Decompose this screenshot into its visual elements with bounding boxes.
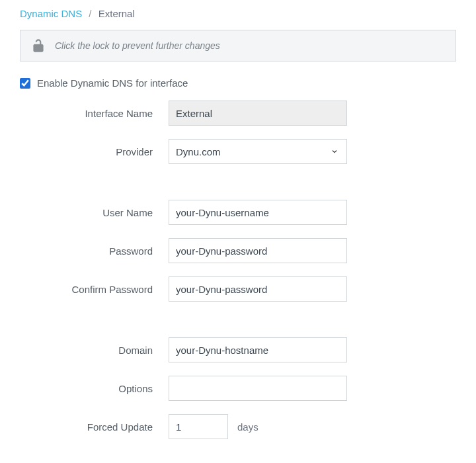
row-options: Options — [20, 376, 456, 401]
breadcrumb-parent-link[interactable]: Dynamic DNS — [20, 8, 82, 19]
username-input[interactable] — [169, 200, 347, 225]
form-area: Enable Dynamic DNS for interface Interfa… — [0, 77, 476, 463]
confirm-password-input[interactable] — [169, 276, 347, 302]
enable-label: Enable Dynamic DNS for interface — [37, 77, 188, 89]
row-interface-name: Interface Name — [20, 101, 456, 126]
row-domain: Domain — [20, 337, 456, 362]
label-username: User Name — [20, 207, 169, 218]
options-input[interactable] — [169, 376, 347, 401]
row-allow-provider-ip: Allow the dynamic DNS provider to determ… — [169, 452, 456, 463]
row-provider: Provider Dynu.com — [20, 139, 456, 164]
label-options: Options — [20, 383, 169, 394]
lock-bar-text: Click the lock to prevent further change… — [55, 40, 220, 51]
domain-input[interactable] — [169, 337, 347, 362]
unlock-icon — [30, 37, 47, 54]
interface-name-input — [169, 101, 347, 126]
forced-update-unit: days — [237, 421, 258, 433]
label-password: Password — [20, 245, 169, 257]
label-confirm-password: Confirm Password — [20, 284, 169, 295]
forced-update-input[interactable] — [169, 414, 228, 439]
breadcrumb: Dynamic DNS / External — [0, 0, 476, 30]
label-provider: Provider — [20, 146, 169, 157]
label-interface-name: Interface Name — [20, 108, 169, 119]
row-password: Password — [20, 238, 456, 263]
password-input[interactable] — [169, 238, 347, 263]
enable-row: Enable Dynamic DNS for interface — [20, 77, 456, 89]
provider-select[interactable]: Dynu.com — [169, 139, 347, 164]
row-forced-update: Forced Update days — [20, 414, 456, 439]
enable-checkbox[interactable] — [20, 78, 30, 89]
lock-bar[interactable]: Click the lock to prevent further change… — [20, 30, 456, 62]
row-confirm-password: Confirm Password — [20, 276, 456, 302]
breadcrumb-current: External — [99, 8, 135, 19]
breadcrumb-separator: / — [89, 8, 91, 19]
label-forced-update: Forced Update — [20, 421, 169, 433]
row-username: User Name — [20, 200, 456, 225]
label-domain: Domain — [20, 345, 169, 356]
